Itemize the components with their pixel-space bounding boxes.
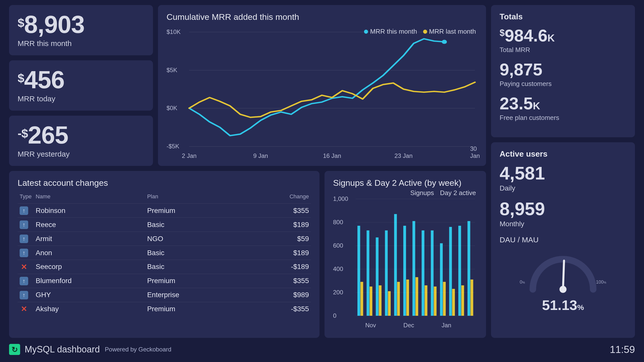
table-header-type: Type [18,191,34,204]
totals-title: Totals [500,12,626,21]
total-item: 23.5KFree plan customers [500,95,626,122]
svg-rect-25 [467,221,470,316]
active-daily-value: 4,581 [500,164,626,182]
row-type-icon [18,288,34,302]
svg-rect-22 [452,289,455,316]
y-tick: $0K [167,105,177,112]
svg-rect-13 [413,221,415,316]
x-tick: 30 Jan [470,145,480,159]
table-header-name: Name [34,191,145,204]
arrow-up-icon [20,206,28,215]
svg-rect-3 [367,231,369,316]
svg-rect-9 [394,214,397,316]
kpi-label: MRR this month [18,39,144,48]
arrow-up-icon [20,277,28,285]
active-title: Active users [500,149,626,159]
svg-rect-23 [458,226,461,316]
row-name: Akshay [34,302,145,316]
table-row: ArmitNGO$59 [18,232,311,246]
svg-rect-11 [403,226,406,316]
svg-rect-6 [379,285,382,316]
svg-rect-15 [422,231,424,316]
y-tick: -$5K [167,143,179,150]
row-change: $355 [246,274,311,288]
kpi-value: $8,903 [18,12,144,37]
arrow-up-icon [20,235,28,243]
x-tick: Nov [365,322,376,329]
active-monthly: 8,959 Monthly [500,200,626,228]
kpi-currency: -$ [18,127,28,140]
table-title: Latest account changes [18,178,311,188]
kpi-value: $456 [18,67,144,92]
row-change: $189 [246,218,311,232]
bar-chart-body: 1,0008006004002000NovDecJan [333,192,477,331]
gauge-svg [500,247,626,297]
kpi-number: 8,903 [24,11,85,38]
total-value: 23.5K [500,95,626,112]
svg-rect-14 [415,277,418,316]
row-plan: Premium [145,274,246,288]
active-users-card: Active users 4,581 Daily 8,959 Monthly D… [491,142,635,338]
row-change: $189 [246,246,311,260]
table-row: ReeceBasic$189 [18,218,311,232]
arrow-up-icon [20,249,28,257]
svg-rect-19 [440,243,443,316]
x-tick: Dec [404,322,414,329]
gauge-label: DAU / MAU [500,236,626,244]
totals-card: Totals $984.6KTotal MRR9,875Paying custo… [491,5,635,137]
x-tick: 16 Jan [323,152,341,159]
row-change: $59 [246,232,311,246]
svg-rect-8 [388,291,391,316]
active-daily: 4,581 Daily [500,164,626,192]
table-row: AkshayPremium-$355 [18,302,311,316]
row-type-icon [18,204,34,218]
row-plan: NGO [145,232,246,246]
x-icon [20,262,28,271]
table-row: BlumenfordPremium$355 [18,274,311,288]
row-name: Seecorp [34,260,145,274]
svg-rect-16 [425,285,427,316]
svg-rect-20 [443,282,446,316]
row-change: $989 [246,288,311,302]
active-monthly-label: Monthly [500,220,626,228]
x-tick: 2 Jan [182,152,197,159]
active-monthly-value: 8,959 [500,200,626,218]
row-name: Armit [34,232,145,246]
table-header-change: Change [246,191,311,204]
table-row: AnonBasic$189 [18,246,311,260]
active-daily-label: Daily [500,184,626,192]
row-change: -$189 [246,260,311,274]
row-type-icon [18,246,34,260]
svg-rect-2 [360,282,363,316]
x-tick: 9 Jan [253,152,268,159]
row-plan: Enterprise [145,288,246,302]
footer: MySQL dashboard Powered by Geckoboard 11… [9,341,635,357]
y-tick: 600 [333,242,343,249]
kpi-label: MRR yesterday [18,150,144,158]
table-row: GHYEnterprise$989 [18,288,311,302]
svg-rect-24 [461,285,464,316]
bar-chart-title: Signups & Day 2 Active (by week) [333,178,477,188]
y-tick: 1,000 [333,195,348,202]
footer-subtitle: Powered by Geckoboard [105,346,171,353]
row-name: GHY [34,288,145,302]
logo-icon [9,344,20,355]
account-changes-table: Type Name Plan Change RobinsonPremium$35… [18,191,311,316]
bar-svg [356,199,475,316]
bar-chart-card: Signups & Day 2 Active (by week) Signups… [325,171,486,338]
row-change: $355 [246,204,311,218]
line-plot-area [189,32,475,146]
svg-line-27 [563,261,564,289]
kpi-mrr-month: $8,903 MRR this month [9,5,153,55]
svg-point-0 [442,40,447,44]
row-plan: Basic [145,246,246,260]
y-tick: $10K [167,28,181,35]
line-chart-title: Cumulative MRR added this month [167,12,477,22]
row-plan: Basic [145,260,246,274]
row-name: Reece [34,218,145,232]
row-type-icon [18,232,34,246]
total-item: 9,875Paying customers [500,61,626,88]
x-tick: 23 Jan [394,152,413,159]
line-chart-body: $10K$5K$0K-$5K2 Jan9 Jan16 Jan23 Jan30 J… [167,24,477,159]
x-tick: Jan [441,322,451,329]
